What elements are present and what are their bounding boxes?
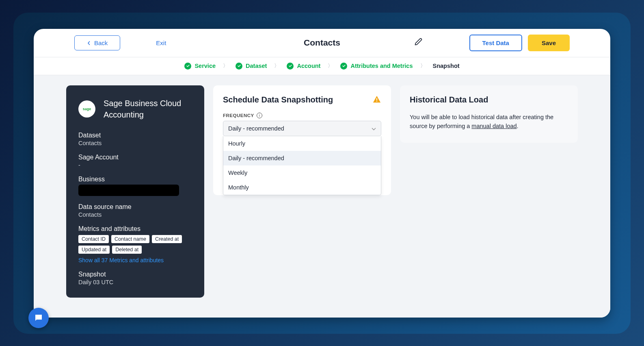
chevron-right-icon: 〉 bbox=[420, 62, 426, 70]
exit-link[interactable]: Exit bbox=[156, 39, 166, 46]
source-name-label: Data source name bbox=[78, 203, 192, 211]
business-label: Business bbox=[78, 176, 192, 183]
tag: Deleted at bbox=[112, 246, 142, 254]
warning-icon bbox=[372, 95, 381, 104]
show-all-link[interactable]: Show all 37 Metrics and attributes bbox=[78, 257, 192, 263]
dropdown-option-monthly[interactable]: Monthly bbox=[223, 180, 381, 195]
svg-rect-0 bbox=[376, 98, 377, 100]
metrics-tags: Contact ID Contact name Created at Updat… bbox=[78, 235, 192, 254]
tag: Updated at bbox=[78, 246, 110, 254]
historical-text: You will be able to load historical data… bbox=[410, 113, 568, 131]
chevron-right-icon: 〉 bbox=[328, 62, 333, 70]
integration-logo: sage bbox=[78, 100, 95, 118]
source-name-value: Contacts bbox=[78, 211, 192, 218]
save-button[interactable]: Save bbox=[528, 35, 570, 51]
check-icon bbox=[287, 63, 294, 70]
historical-card: Historical Data Load You will be able to… bbox=[400, 85, 578, 143]
dropdown-option-weekly[interactable]: Weekly bbox=[223, 165, 381, 180]
frequency-dropdown: Hourly Daily - recommended Weekly Monthl… bbox=[223, 136, 381, 195]
header-bar: Back Exit Contacts Test Data Save bbox=[34, 29, 610, 57]
crumb-service[interactable]: Service bbox=[184, 63, 216, 70]
frequency-select[interactable]: Daily - recommended bbox=[223, 121, 381, 136]
chevron-down-icon bbox=[372, 125, 376, 132]
dropdown-option-hourly[interactable]: Hourly bbox=[223, 136, 381, 151]
crumb-attributes[interactable]: Attributes and Metrics bbox=[340, 63, 413, 70]
check-icon bbox=[184, 63, 191, 70]
frequency-label: FREQUENCY bbox=[223, 113, 254, 118]
account-value: - bbox=[78, 162, 192, 168]
snapshot-label: Snapshot bbox=[78, 271, 192, 278]
metrics-label: Metrics and attributes bbox=[78, 225, 192, 233]
crumb-snapshot[interactable]: Snapshot bbox=[433, 63, 460, 69]
content-area: sage Sage Business Cloud Accounting Data… bbox=[34, 75, 610, 318]
snapshot-value: Daily 03 UTC bbox=[78, 279, 192, 285]
integration-name: Sage Business Cloud Accounting bbox=[104, 98, 192, 120]
chevron-right-icon: 〉 bbox=[274, 62, 279, 70]
dataset-value: Contacts bbox=[78, 140, 192, 146]
info-icon[interactable]: i bbox=[257, 113, 262, 118]
chevron-right-icon: 〉 bbox=[223, 62, 228, 70]
sidebar-summary-card: sage Sage Business Cloud Accounting Data… bbox=[66, 85, 204, 298]
crumb-dataset[interactable]: Dataset bbox=[236, 63, 267, 70]
back-button-label: Back bbox=[94, 39, 108, 46]
schedule-card-title: Schedule Data Snapshotting bbox=[223, 95, 381, 104]
dataset-label: Dataset bbox=[78, 132, 192, 139]
business-value-redacted bbox=[78, 185, 179, 196]
historical-card-title: Historical Data Load bbox=[410, 95, 568, 104]
schedule-card: Schedule Data Snapshotting FREQUENCY i D… bbox=[213, 85, 391, 195]
app-window: Back Exit Contacts Test Data Save Servic… bbox=[34, 29, 610, 318]
back-button[interactable]: Back bbox=[74, 35, 120, 50]
chevron-left-icon bbox=[87, 39, 91, 46]
chat-widget[interactable] bbox=[28, 308, 49, 328]
tag: Contact name bbox=[111, 235, 149, 243]
dropdown-option-daily[interactable]: Daily - recommended bbox=[223, 151, 381, 165]
tag: Created at bbox=[152, 235, 182, 243]
svg-rect-1 bbox=[376, 101, 377, 102]
tag: Contact ID bbox=[78, 235, 109, 243]
page-title: Contacts bbox=[304, 38, 340, 48]
crumb-account[interactable]: Account bbox=[287, 63, 320, 70]
breadcrumb: Service 〉 Dataset 〉 Account 〉 Attributes… bbox=[34, 57, 610, 75]
check-icon bbox=[236, 63, 242, 70]
edit-icon[interactable] bbox=[414, 38, 422, 48]
manual-data-load-link[interactable]: manual data load bbox=[471, 123, 516, 129]
check-icon bbox=[340, 63, 347, 70]
test-data-button[interactable]: Test Data bbox=[469, 35, 522, 51]
account-label: Sage Account bbox=[78, 154, 192, 161]
frequency-select-value: Daily - recommended bbox=[228, 125, 284, 132]
